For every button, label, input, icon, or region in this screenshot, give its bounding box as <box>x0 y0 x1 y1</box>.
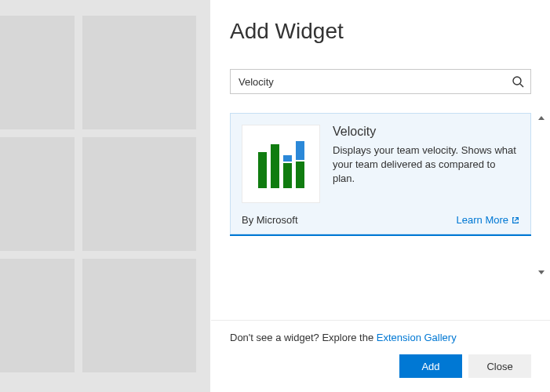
panel-title: Add Widget <box>211 0 550 44</box>
widget-publisher: By Microsoft <box>242 214 298 226</box>
search-wrap <box>211 44 550 94</box>
dashboard-tile <box>0 259 75 372</box>
scroll-up-icon[interactable] <box>538 116 545 120</box>
svg-point-0 <box>513 77 521 85</box>
dashboard-grid-background <box>0 0 210 392</box>
external-link-icon <box>512 216 519 224</box>
search-icon[interactable] <box>512 75 524 88</box>
widget-thumbnail <box>242 125 320 203</box>
widget-card-velocity[interactable]: Velocity Displays your team velocity. Sh… <box>230 113 531 234</box>
search-input[interactable] <box>239 76 512 88</box>
close-button[interactable]: Close <box>468 354 531 378</box>
footer-hint-text: Don't see a widget? Explore the <box>230 332 377 343</box>
results-scrollbar[interactable] <box>534 113 548 278</box>
dashboard-tile <box>0 16 75 129</box>
add-widget-panel: Add Widget Velocity <box>210 0 550 392</box>
extension-gallery-link[interactable]: Extension Gallery <box>377 332 457 343</box>
dashboard-tile <box>82 137 196 251</box>
panel-footer: Don't see a widget? Explore the Extensio… <box>211 320 550 392</box>
add-button[interactable]: Add <box>399 354 462 378</box>
widget-name: Velocity <box>333 125 519 139</box>
dashboard-tile <box>82 259 196 372</box>
svg-line-1 <box>520 84 523 87</box>
dashboard-tile <box>0 137 75 251</box>
dashboard-tile <box>82 16 196 129</box>
results-area: Velocity Displays your team velocity. Sh… <box>211 113 550 320</box>
footer-hint: Don't see a widget? Explore the Extensio… <box>230 332 531 343</box>
selected-underline <box>230 234 531 236</box>
learn-more-link[interactable]: Learn More <box>457 214 519 226</box>
learn-more-label: Learn More <box>457 214 508 226</box>
scroll-down-icon[interactable] <box>538 270 545 274</box>
search-box[interactable] <box>230 69 531 94</box>
widget-description: Displays your team velocity. Shows what … <box>333 143 519 187</box>
